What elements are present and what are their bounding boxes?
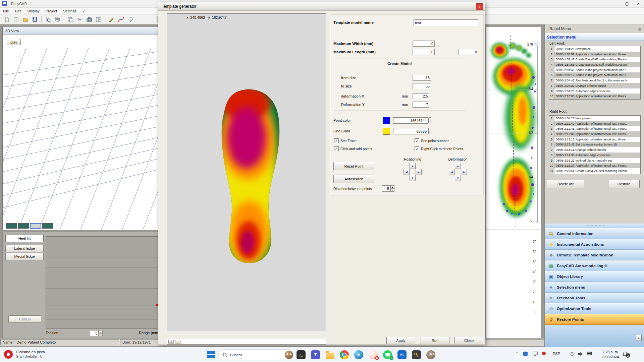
menu-item[interactable]: Project xyxy=(43,8,60,14)
tension-spinner[interactable]: ▲▼ xyxy=(90,330,103,336)
save-icon[interactable] xyxy=(31,15,39,24)
section-item[interactable]: ✎ Freehand Tools xyxy=(545,293,644,303)
delete-list-button[interactable]: Delete list xyxy=(547,180,584,188)
section-item[interactable]: ≡ Selection menu xyxy=(545,282,644,293)
tension-up-button[interactable]: ▲ xyxy=(99,330,103,333)
curve-icon[interactable] xyxy=(117,15,125,24)
clock[interactable]: 2:28 a. m. 8/08/2024 xyxy=(595,350,619,360)
panel-splitter[interactable] xyxy=(545,224,644,228)
template-name-input[interactable] xyxy=(414,19,478,26)
view-thumbnail[interactable] xyxy=(30,223,41,229)
open-folder-icon[interactable] xyxy=(21,15,30,24)
terminal-icon[interactable]: ›_ xyxy=(297,350,306,359)
tray-record-icon[interactable] xyxy=(542,352,546,355)
reset-point-button[interactable]: Reset Point xyxy=(333,162,374,170)
history-row[interactable]: 1 08/08-1:04:28 New project xyxy=(549,116,640,121)
minimize-button[interactable]: – xyxy=(610,0,621,7)
history-row[interactable]: 3 08/08-2:12:45 Application of instrumen… xyxy=(549,126,640,131)
notification-bell-icon[interactable]: 2 xyxy=(622,351,628,357)
line-color-picker-button[interactable] xyxy=(428,128,431,134)
pin-panel-icon[interactable]: ▦ xyxy=(638,27,641,31)
chrome-icon[interactable] xyxy=(340,350,349,359)
menu-item[interactable]: Settings xyxy=(60,8,79,14)
deformation-right-button[interactable]: ▶ xyxy=(461,169,467,175)
history-row[interactable]: 9 08/08-2:07:28 Automatic edge correctio… xyxy=(549,88,640,94)
history-row[interactable]: 6 08/08-2:13:45 Set thickness central to… xyxy=(549,142,640,147)
template-canvas[interactable]: x=240,4863 - y=162,9747 xyxy=(167,13,326,332)
history-row[interactable]: 8 08/08-2:07:22 Change orthotic border xyxy=(549,83,640,88)
section-item[interactable]: ▦ EasyCAD Auto-modelling ® xyxy=(545,260,644,271)
point-color-swatch[interactable] xyxy=(383,117,390,124)
tension-input[interactable] xyxy=(90,330,99,336)
search-box[interactable]: Buscar xyxy=(218,349,295,360)
section-item[interactable]: ▣ Object Library xyxy=(545,271,644,282)
apply-button[interactable]: Apply xyxy=(386,337,415,344)
wifi-icon[interactable] xyxy=(569,352,575,356)
click-add-points-checkbox[interactable] xyxy=(334,146,339,151)
tray-expand-icon[interactable]: ⌃ xyxy=(514,352,520,356)
positioning-up-button[interactable]: ▲ xyxy=(410,163,416,169)
deformation-x-input[interactable] xyxy=(413,93,429,99)
distance-spinner[interactable]: ▲▼ xyxy=(382,185,394,192)
distance-down-button[interactable]: ▼ xyxy=(390,189,394,192)
history-row[interactable]: 4 08/08-2:13:09 Application of instrumen… xyxy=(549,131,640,137)
dialog-titlebar[interactable]: Template generator xyxy=(158,2,485,11)
positioning-down-button[interactable]: ▼ xyxy=(410,175,416,181)
section-item[interactable]: ⚡ Instrumental Acquisitions xyxy=(545,239,644,250)
see-point-number-checkbox[interactable] xyxy=(415,138,419,143)
max-length-input[interactable] xyxy=(413,49,435,55)
section-item[interactable]: ▤ General Information xyxy=(545,228,644,239)
f5-icon[interactable]: f5 xyxy=(397,350,407,359)
history-row[interactable]: 9 08/08-2:16:21 Inclined plane manually … xyxy=(549,158,640,163)
edge-icon[interactable]: e xyxy=(354,350,363,359)
views-grid-icon[interactable] xyxy=(12,15,20,24)
positioning-left-button[interactable]: ◀ xyxy=(404,169,410,175)
to-size-input[interactable] xyxy=(413,83,431,89)
browser-icon[interactable]: 6 xyxy=(369,350,378,359)
dialog-close-button[interactable]: Close xyxy=(454,337,483,344)
print-preview-icon[interactable] xyxy=(44,15,52,24)
start-button[interactable] xyxy=(207,351,215,358)
layout-icon[interactable] xyxy=(94,15,103,24)
history-row[interactable]: 1 08/08-1:04:28 New project xyxy=(549,46,640,52)
teams-icon[interactable]: T xyxy=(311,350,320,359)
history-row[interactable]: 10 08/08-2:16:27 Application of instrume… xyxy=(549,163,640,168)
snapshot-icon[interactable] xyxy=(85,15,94,24)
section-item[interactable]: ❖ Orthotic Template Modification xyxy=(545,250,644,260)
history-row[interactable]: 11 08/08-2:27:51 Create EasyCAD self-mod… xyxy=(549,168,640,174)
new-file-icon[interactable] xyxy=(2,15,11,24)
close-button[interactable]: × xyxy=(633,0,644,7)
deformation-up-button[interactable]: ▲ xyxy=(455,163,461,169)
see-trace-checkbox[interactable] xyxy=(334,138,339,143)
lateral-edge-button[interactable]: Lateral Edge xyxy=(5,245,44,252)
history-row[interactable]: 5 08/08-2:01:46 Added in the project: Me… xyxy=(549,67,640,73)
history-row[interactable]: 7 08/08-2:04:46 Join Metatarsal Bar 2 to… xyxy=(549,78,640,83)
max-length-input-2[interactable] xyxy=(459,49,478,55)
medial-edge-button[interactable]: Medial Edge xyxy=(5,253,44,260)
line-color-input[interactable] xyxy=(393,128,428,134)
dialog-close-icon[interactable]: x xyxy=(476,3,483,10)
view-thumbnail[interactable] xyxy=(6,223,17,229)
history-row[interactable]: 7 08/08-2:14:11 Change orthotic border xyxy=(549,147,640,153)
deformation-down-button[interactable]: ▼ xyxy=(455,175,461,181)
history-row[interactable]: 3 08/08-1:57:42 Create EasyCAD self-mode… xyxy=(549,57,640,62)
lasso-icon[interactable] xyxy=(126,15,135,24)
tension-down-button[interactable]: ▼ xyxy=(99,333,103,336)
positioning-right-button[interactable]: ▶ xyxy=(416,169,422,175)
battery-icon[interactable] xyxy=(587,352,592,355)
history-row[interactable]: 8 08/08-2:14:38 Automatic edge correctio… xyxy=(549,153,640,158)
news-widget[interactable]: Ciclismo en pista Gran Bretaña - C... xyxy=(4,350,46,359)
view-thumbnail[interactable] xyxy=(42,223,53,229)
deformation-left-button[interactable]: ◀ xyxy=(449,169,455,175)
menu-item[interactable]: Display xyxy=(24,8,43,14)
max-width-input[interactable] xyxy=(413,41,435,47)
tray-display-icon[interactable] xyxy=(533,352,538,356)
password-key-icon[interactable] xyxy=(412,350,421,359)
cut-icon[interactable]: ✂ xyxy=(75,15,84,24)
history-row[interactable]: 2 08/08-2:12:40 Application of instrumen… xyxy=(549,121,640,126)
language-indicator[interactable]: ESP xyxy=(551,352,561,356)
gimp-icon[interactable] xyxy=(426,350,435,359)
restore-button[interactable]: Restore xyxy=(608,180,640,188)
point-color-picker-button[interactable] xyxy=(428,117,431,123)
curve-handle[interactable] xyxy=(156,304,158,306)
